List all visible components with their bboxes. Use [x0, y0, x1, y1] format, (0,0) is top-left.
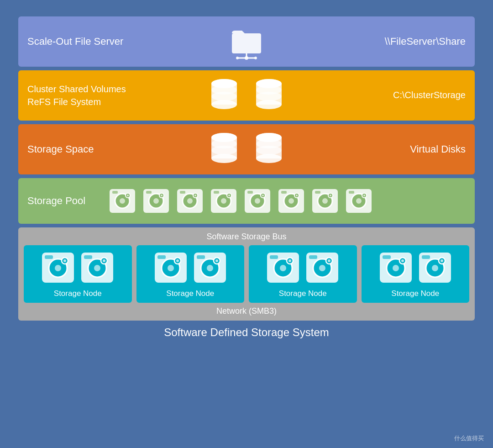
svg-point-34: [127, 195, 129, 196]
storage-node-4: Storage Node: [362, 245, 470, 303]
svg-point-94: [176, 259, 179, 262]
node-4-disk-1: [378, 250, 414, 285]
fileserver-label-left: Scale-Out File Server: [27, 36, 123, 47]
svg-point-8: [211, 100, 237, 109]
fileserver-icon: [228, 23, 265, 60]
bus-container: Software Storage Bus: [18, 227, 475, 321]
svg-point-56: [255, 198, 260, 204]
svg-point-14: [256, 100, 282, 109]
network-label: Network (SMB3): [24, 306, 469, 316]
svg-rect-59: [247, 191, 253, 194]
svg-rect-125: [422, 255, 430, 259]
storage-space-label-left: Storage Space: [27, 143, 94, 155]
svg-point-70: [330, 195, 331, 196]
svg-point-88: [103, 259, 105, 262]
storage-pool-layer: Storage Pool: [18, 178, 475, 224]
svg-point-38: [153, 198, 159, 204]
node-3-disks: [265, 250, 340, 285]
pool-disks: [108, 186, 373, 216]
pool-disk-7: [310, 186, 340, 216]
svg-rect-41: [146, 191, 152, 194]
pool-disk-1: [108, 186, 137, 216]
fileserver-label-right: \\FileServer\Share: [385, 36, 466, 47]
node-2-label: Storage Node: [166, 289, 214, 298]
pool-disk-8: [344, 186, 373, 216]
svg-point-58: [262, 195, 264, 196]
svg-rect-47: [180, 191, 185, 194]
csv-cylinders: [209, 77, 284, 114]
svg-point-74: [356, 198, 362, 204]
svg-point-122: [432, 265, 438, 271]
svg-point-17: [256, 92, 282, 101]
svg-rect-71: [315, 191, 320, 194]
storage-node-1: Storage Node: [24, 245, 132, 303]
svg-point-98: [207, 265, 213, 271]
pool-disk-5: [243, 186, 272, 216]
svg-point-64: [296, 195, 298, 196]
svg-rect-113: [309, 255, 317, 259]
svg-point-92: [168, 265, 174, 271]
svg-point-82: [63, 259, 66, 262]
svg-point-110: [319, 265, 325, 271]
watermark: 什么值得买: [454, 434, 484, 443]
bottom-label: Software Defined Storage System: [18, 324, 475, 341]
svg-rect-65: [281, 191, 287, 194]
csv-layer: Cluster Shared Volumes ReFS File System: [18, 70, 475, 121]
svg-rect-35: [112, 191, 118, 194]
node-3-disk-1: [265, 250, 301, 285]
svg-point-26: [256, 154, 282, 163]
svg-point-50: [221, 198, 226, 204]
svg-point-44: [187, 198, 193, 204]
svg-point-116: [393, 265, 399, 271]
svg-point-76: [363, 195, 365, 196]
node-1-label: Storage Node: [54, 289, 102, 298]
svg-point-46: [194, 195, 196, 196]
csv-label-right: C:\ClusterStorage: [393, 90, 466, 100]
storage-pool-label: Storage Pool: [27, 195, 96, 207]
node-1-disk-2: [79, 250, 115, 285]
svg-point-4: [236, 57, 239, 59]
node-2-disks: [153, 250, 228, 285]
node-3-label: Storage Node: [279, 289, 327, 298]
svg-point-124: [441, 259, 443, 262]
svg-point-118: [401, 259, 404, 262]
svg-rect-83: [45, 255, 53, 259]
svg-rect-89: [84, 255, 92, 259]
fileserver-layer: Scale-Out File Server \\FileServer\Share: [18, 16, 475, 67]
node-2-disk-1: [153, 250, 189, 285]
svg-point-5: [254, 57, 257, 59]
node-2-disk-2: [192, 250, 228, 285]
svg-point-86: [94, 265, 100, 271]
svg-point-100: [215, 259, 218, 262]
svg-point-40: [161, 195, 163, 196]
pool-disk-3: [175, 186, 205, 216]
storage-space-label-right: Virtual Disks: [410, 143, 466, 155]
pool-disk-2: [142, 186, 171, 216]
svg-point-29: [256, 146, 282, 155]
svg-point-106: [288, 259, 291, 262]
pool-disk-6: [277, 186, 306, 216]
node-1-disk-1: [40, 250, 76, 285]
storage-node-3: Storage Node: [249, 245, 357, 303]
pool-disk-4: [209, 186, 238, 216]
node-4-disk-2: [417, 250, 453, 285]
svg-point-32: [120, 198, 125, 204]
storage-space-layer: Storage Space: [18, 124, 475, 174]
svg-point-20: [211, 154, 237, 163]
svg-rect-77: [349, 191, 354, 194]
csv-label-left: Cluster Shared Volumes ReFS File System: [27, 83, 126, 108]
svg-rect-107: [270, 255, 278, 259]
svg-point-112: [328, 259, 330, 262]
svg-point-52: [228, 195, 230, 196]
svg-point-23: [211, 146, 237, 155]
svg-point-80: [55, 265, 61, 271]
svg-rect-95: [157, 255, 166, 259]
bus-label: Software Storage Bus: [24, 232, 469, 242]
svg-rect-101: [197, 255, 205, 259]
svg-point-11: [211, 92, 237, 101]
svg-rect-53: [214, 191, 219, 194]
ss-cylinders: [209, 131, 284, 168]
node-4-label: Storage Node: [391, 289, 439, 298]
storage-node-2: Storage Node: [136, 245, 245, 303]
svg-point-104: [280, 265, 286, 271]
